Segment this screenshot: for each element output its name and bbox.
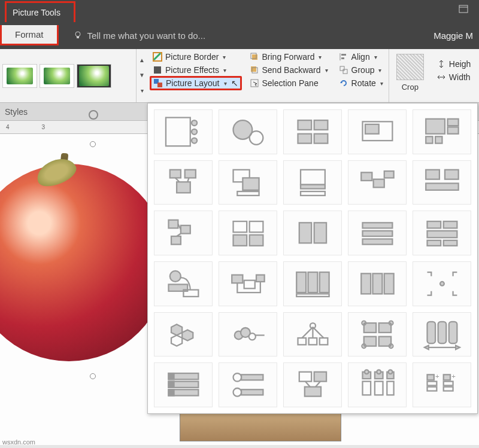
- svg-rect-60: [233, 221, 247, 232]
- layout-option[interactable]: [219, 261, 277, 306]
- label: Selection Pane: [262, 78, 319, 88]
- svg-rect-47: [301, 184, 325, 188]
- svg-rect-143: [443, 382, 453, 386]
- svg-rect-112: [448, 321, 457, 343]
- layout-option[interactable]: [219, 312, 277, 357]
- layout-option[interactable]: [219, 160, 277, 205]
- picture-effects-button[interactable]: Picture Effects▾: [150, 63, 242, 77]
- style-thumb[interactable]: [40, 64, 74, 88]
- chevron-down-icon: ▾: [380, 80, 383, 87]
- crop-button[interactable]: [396, 54, 424, 80]
- rotate-icon: [339, 78, 348, 88]
- svg-point-137: [377, 370, 381, 374]
- gallery-scroll[interactable]: ▲ ▼ ▾: [137, 49, 147, 102]
- layout-option[interactable]: [413, 312, 471, 357]
- svg-rect-14: [341, 54, 346, 56]
- selection-handle[interactable]: [90, 373, 96, 379]
- layout-option[interactable]: [154, 362, 213, 407]
- bring-forward-button[interactable]: Bring Forward▾: [247, 50, 331, 63]
- svg-rect-125: [299, 372, 311, 382]
- svg-rect-30: [314, 134, 328, 144]
- layout-option[interactable]: [283, 160, 342, 205]
- svg-rect-8: [252, 54, 257, 60]
- tab-format[interactable]: Format: [0, 25, 59, 45]
- layout-option[interactable]: [154, 312, 213, 357]
- svg-point-121: [233, 373, 241, 382]
- height-field[interactable]: Heigh: [433, 57, 474, 71]
- layout-option[interactable]: [413, 261, 471, 306]
- layout-option[interactable]: [154, 160, 213, 205]
- layout-option[interactable]: [283, 261, 342, 306]
- svg-point-23: [192, 129, 197, 135]
- width-field[interactable]: Width: [433, 71, 474, 84]
- layout-option[interactable]: [219, 109, 277, 154]
- svg-rect-17: [343, 69, 347, 74]
- selection-pane-button[interactable]: Selection Pane: [247, 77, 331, 90]
- svg-rect-15: [341, 57, 344, 59]
- layout-option[interactable]: [413, 109, 471, 154]
- svg-rect-39: [184, 169, 195, 178]
- style-thumb[interactable]: [2, 64, 37, 88]
- svg-rect-29: [298, 134, 311, 144]
- layout-option[interactable]: [413, 211, 471, 255]
- selected-image-apple[interactable]: [0, 164, 168, 361]
- svg-rect-118: [168, 373, 174, 379]
- label: Send Backward: [262, 65, 321, 75]
- chevron-down-icon: ▾: [223, 67, 226, 74]
- layout-option[interactable]: [154, 211, 213, 255]
- layout-option[interactable]: [348, 109, 407, 154]
- layout-option[interactable]: ++: [413, 362, 471, 407]
- layout-option[interactable]: [413, 160, 471, 205]
- svg-rect-110: [427, 321, 435, 343]
- svg-point-26: [249, 131, 263, 145]
- layout-option[interactable]: [348, 160, 407, 205]
- layout-option[interactable]: [154, 109, 213, 154]
- layout-option[interactable]: [283, 211, 342, 255]
- more-icon[interactable]: ▾: [141, 88, 144, 94]
- svg-rect-45: [237, 191, 259, 196]
- group-button[interactable]: Group▾: [336, 63, 386, 77]
- svg-rect-10: [251, 66, 256, 72]
- svg-rect-134: [374, 382, 383, 395]
- tell-me-search[interactable]: Tell me what you want to do...: [73, 31, 206, 41]
- svg-rect-70: [443, 221, 457, 228]
- picture-effects-icon: [153, 65, 162, 75]
- svg-marker-90: [171, 335, 182, 346]
- layout-option[interactable]: [348, 362, 407, 407]
- svg-rect-82: [319, 272, 329, 292]
- layout-option[interactable]: [219, 362, 277, 407]
- svg-rect-139: [427, 375, 433, 380]
- layout-option[interactable]: [283, 362, 342, 407]
- watermark: wsxdn.com: [2, 438, 35, 446]
- layout-option[interactable]: [219, 211, 277, 255]
- rotate-button[interactable]: Rotate▾: [336, 77, 386, 90]
- layout-option[interactable]: [348, 261, 407, 306]
- align-icon: [339, 52, 348, 62]
- svg-rect-79: [256, 275, 265, 282]
- height-icon: [436, 59, 446, 69]
- layout-option[interactable]: [283, 109, 342, 154]
- picture-border-button[interactable]: Picture Border▾: [150, 50, 242, 63]
- picture-layout-button[interactable]: Picture Layout▾ ↖: [150, 76, 242, 90]
- selection-handle[interactable]: [90, 141, 96, 147]
- svg-rect-95: [298, 338, 306, 345]
- secondary-image[interactable]: [180, 413, 341, 441]
- svg-rect-40: [177, 182, 190, 193]
- chevron-up-icon[interactable]: ▲: [139, 57, 145, 63]
- chevron-down-icon[interactable]: ▼: [139, 72, 145, 78]
- picture-styles-gallery[interactable]: [0, 49, 137, 102]
- layout-option[interactable]: [348, 211, 407, 255]
- svg-rect-80: [296, 272, 306, 292]
- label: Picture Effects: [165, 65, 219, 75]
- svg-rect-71: [427, 231, 457, 237]
- rotation-handle[interactable]: [89, 110, 98, 120]
- tell-me-placeholder: Tell me what you want to do...: [87, 31, 206, 41]
- send-backward-button[interactable]: Send Backward▾: [247, 63, 331, 77]
- layout-option[interactable]: [348, 312, 407, 357]
- align-button[interactable]: Align▾: [336, 50, 386, 63]
- style-thumb[interactable]: [77, 64, 111, 88]
- user-name[interactable]: Maggie M: [433, 31, 473, 41]
- layout-option[interactable]: [154, 261, 213, 306]
- window-controls[interactable]: [459, 5, 468, 16]
- layout-option[interactable]: [283, 312, 342, 357]
